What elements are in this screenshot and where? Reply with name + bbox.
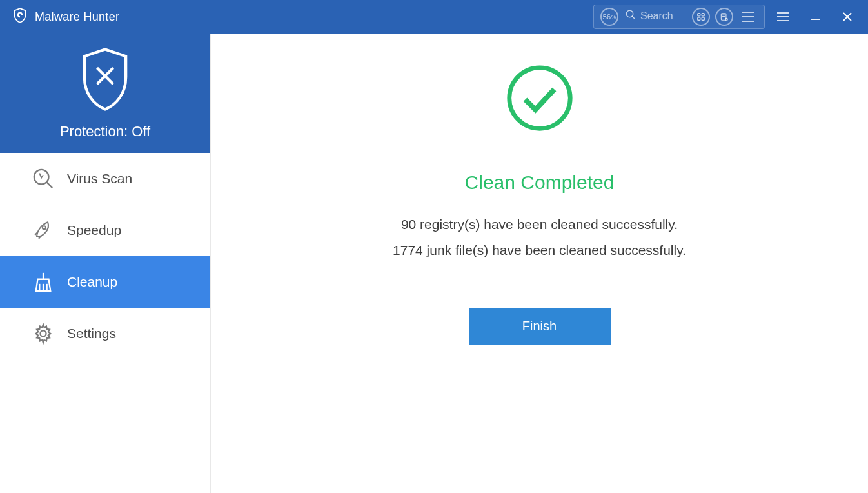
success-check-icon: [505, 63, 575, 136]
search-icon: [625, 9, 636, 23]
result-details: 90 registry(s) have been cleaned success…: [393, 212, 686, 263]
result-line-registry: 90 registry(s) have been cleaned success…: [393, 212, 686, 237]
result-title: Clean Completed: [465, 172, 615, 194]
result-line-junkfiles: 1774 junk file(s) have been cleaned succ…: [393, 237, 686, 263]
svg-line-1: [632, 16, 635, 19]
apps-grid-button[interactable]: [692, 8, 710, 26]
sidebar-item-label: Settings: [67, 326, 116, 341]
svg-rect-2: [698, 14, 700, 16]
titlebar-right: 56%: [593, 5, 862, 29]
sidebar-item-label: Virus Scan: [67, 171, 132, 186]
sidebar-item-label: Speedup: [67, 223, 121, 238]
news-button[interactable]: [715, 8, 733, 26]
titlebar: Malware Hunter 56%: [0, 0, 868, 34]
svg-point-25: [40, 330, 46, 336]
finish-button[interactable]: Finish: [469, 308, 611, 345]
titlebar-tool-group: 56%: [593, 5, 765, 29]
sidebar-item-settings[interactable]: Settings: [0, 308, 210, 359]
main-menu-button[interactable]: [738, 12, 758, 22]
titlebar-left: Malware Hunter: [12, 7, 119, 26]
shield-x-icon: [77, 47, 133, 114]
svg-rect-5: [702, 17, 704, 20]
sidebar-item-label: Cleanup: [67, 274, 117, 290]
scan-icon: [31, 168, 55, 190]
app-title: Malware Hunter: [35, 10, 119, 24]
svg-line-19: [47, 183, 53, 188]
gear-icon: [31, 323, 55, 345]
sidebar-item-cleanup[interactable]: Cleanup: [0, 256, 210, 308]
svg-rect-4: [698, 17, 700, 20]
search-wrap[interactable]: [624, 9, 687, 25]
protection-status-panel[interactable]: Protection: Off: [0, 34, 210, 153]
sidebar-item-virus-scan[interactable]: Virus Scan: [0, 153, 210, 205]
svg-point-20: [43, 226, 46, 229]
window-menu-button[interactable]: [769, 5, 797, 28]
rocket-icon: [31, 219, 55, 241]
minimize-button[interactable]: [801, 5, 829, 28]
close-button[interactable]: [833, 5, 862, 28]
broom-icon: [31, 271, 55, 293]
protection-status-label: Protection: Off: [60, 123, 150, 140]
percent-symbol: %: [611, 14, 616, 20]
svg-rect-3: [702, 14, 704, 16]
svg-point-26: [509, 68, 570, 129]
main-panel: Clean Completed 90 registry(s) have been…: [210, 34, 868, 493]
search-input[interactable]: [640, 10, 686, 22]
app-body: Protection: Off Virus Scan: [0, 34, 868, 493]
progress-value: 56: [603, 13, 611, 21]
db-update-progress[interactable]: 56%: [600, 8, 618, 26]
svg-point-0: [626, 10, 633, 17]
app-logo-icon: [12, 7, 28, 26]
sidebar: Protection: Off Virus Scan: [0, 34, 210, 493]
sidebar-nav: Virus Scan Speedup: [0, 153, 210, 359]
sidebar-item-speedup[interactable]: Speedup: [0, 205, 210, 256]
